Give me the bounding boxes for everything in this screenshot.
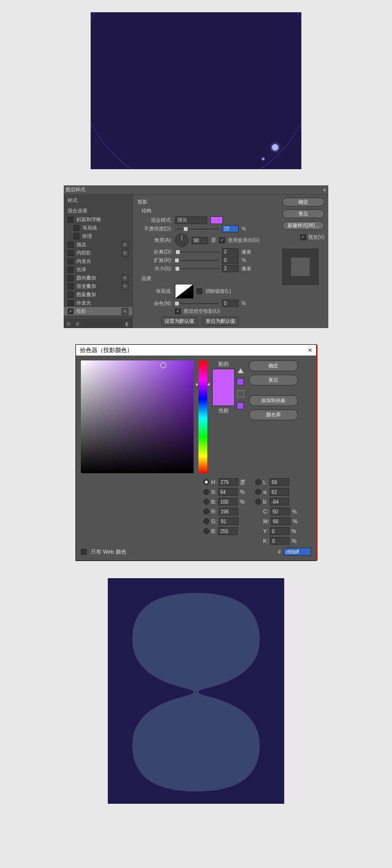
style-item-satin[interactable]: 光泽: [64, 265, 132, 274]
style-item-contour[interactable]: 等高线: [64, 224, 132, 232]
checkbox-icon[interactable]: [68, 283, 74, 289]
color-lib-button[interactable]: 颜色库: [249, 409, 298, 420]
style-item-inner-shadow[interactable]: 内阴影+: [64, 249, 132, 257]
antialias-checkbox[interactable]: [196, 288, 202, 294]
angle-dial[interactable]: [175, 233, 189, 247]
picker-titlebar[interactable]: 拾色器（投影颜色） ×: [76, 345, 316, 356]
opacity-input[interactable]: 20: [222, 225, 239, 232]
websafe-swatch[interactable]: [237, 402, 244, 409]
a-radio[interactable]: [255, 489, 261, 495]
r-input[interactable]: 198: [219, 508, 238, 515]
trash-icon[interactable]: 🗑: [124, 321, 129, 327]
new-current-swatch[interactable]: [212, 369, 235, 406]
add-swatch-button[interactable]: 添加到色板: [249, 395, 298, 406]
size-slider[interactable]: [175, 266, 219, 271]
b-radio[interactable]: [203, 499, 209, 505]
angle-input[interactable]: 90: [192, 237, 208, 244]
spread-input[interactable]: 0: [222, 256, 239, 264]
close-icon[interactable]: ×: [308, 346, 312, 354]
new-style-button[interactable]: 新建样式(W)...: [282, 221, 324, 230]
style-item-color-overlay[interactable]: 颜色叠加+: [64, 274, 132, 282]
noise-slider[interactable]: [175, 301, 219, 306]
ok-button[interactable]: 确定: [282, 198, 324, 206]
picker-ok-button[interactable]: 确定: [249, 360, 298, 371]
distance-input[interactable]: 2: [222, 248, 239, 255]
style-item-outer-glow[interactable]: 外发光: [64, 299, 132, 307]
close-icon[interactable]: ×: [322, 186, 326, 194]
style-item-pattern-overlay[interactable]: 图案叠加: [64, 290, 132, 299]
m-input[interactable]: 66: [271, 517, 291, 525]
opacity-slider[interactable]: [175, 227, 219, 231]
s-radio[interactable]: [203, 489, 209, 495]
preview-checkbox[interactable]: [300, 234, 306, 240]
dialog-titlebar[interactable]: 图层样式 ×: [64, 185, 328, 195]
knockout-checkbox[interactable]: [175, 308, 181, 314]
distance-slider[interactable]: [175, 250, 219, 255]
l-radio[interactable]: [255, 479, 261, 485]
cancel-button[interactable]: 复位: [282, 209, 324, 218]
c-input[interactable]: 50: [270, 508, 290, 515]
blend-mode-select[interactable]: 强光: [175, 216, 207, 224]
b-input[interactable]: 100: [218, 498, 238, 506]
hex-input[interactable]: c65bff: [284, 548, 311, 556]
glow-dot-small: [262, 157, 265, 160]
a-input[interactable]: 62: [270, 488, 289, 496]
checkbox-icon[interactable]: [68, 267, 74, 273]
spread-label: 扩展(R):: [142, 257, 172, 264]
websafe-warning-icon[interactable]: [237, 390, 244, 397]
checkbox-icon[interactable]: [68, 242, 74, 248]
checkbox-icon[interactable]: [74, 225, 79, 231]
style-item-bevel[interactable]: 斜面和浮雕: [64, 215, 132, 224]
lab-b-radio[interactable]: [255, 499, 261, 505]
checkbox-icon[interactable]: [68, 308, 74, 314]
gamut-warning-icon[interactable]: [238, 368, 244, 373]
checkbox-icon[interactable]: [74, 233, 79, 239]
gamut-swatch[interactable]: [237, 378, 244, 385]
saturation-value-field[interactable]: [81, 360, 194, 473]
up-down-icon[interactable]: ⇵: [75, 321, 79, 327]
k-input[interactable]: 0: [270, 537, 290, 545]
style-item-texture[interactable]: 纹理: [64, 232, 132, 240]
checkbox-icon[interactable]: [68, 300, 74, 306]
s-input[interactable]: 64: [218, 488, 238, 496]
lab-b-input[interactable]: -64: [270, 498, 289, 506]
y-input[interactable]: 0: [270, 527, 290, 535]
checkbox-icon[interactable]: [68, 250, 74, 256]
picker-cancel-button[interactable]: 复位: [249, 375, 298, 385]
styles-header[interactable]: 样式: [64, 195, 132, 206]
plus-icon[interactable]: +: [122, 241, 128, 248]
plus-icon[interactable]: +: [122, 250, 128, 256]
r-radio[interactable]: [203, 509, 209, 514]
blend-options[interactable]: 混合选项: [64, 206, 132, 215]
satval-marker-icon: [160, 362, 166, 368]
checkbox-icon[interactable]: [68, 275, 74, 281]
style-item-stroke[interactable]: 描边+: [64, 240, 132, 249]
h-radio[interactable]: [203, 479, 209, 485]
reset-default-button[interactable]: 复位为默认值: [202, 317, 239, 326]
style-item-inner-glow[interactable]: 内发光: [64, 257, 132, 265]
style-item-gradient-overlay[interactable]: 渐变叠加+: [64, 282, 132, 290]
g-radio[interactable]: [203, 518, 209, 524]
plus-icon[interactable]: +: [122, 283, 128, 290]
make-default-button[interactable]: 设置为默认值: [161, 317, 197, 326]
checkbox-icon[interactable]: [68, 292, 74, 298]
plus-icon[interactable]: +: [122, 275, 128, 281]
noise-input[interactable]: 0: [222, 300, 239, 307]
contour-picker[interactable]: [175, 284, 194, 299]
checkbox-icon[interactable]: [68, 258, 74, 264]
l-input[interactable]: 58: [270, 478, 289, 486]
checkbox-icon[interactable]: [68, 217, 74, 223]
style-item-drop-shadow[interactable]: 投影+: [64, 307, 132, 315]
hue-slider[interactable]: [198, 360, 207, 473]
h-input[interactable]: 279: [219, 478, 238, 486]
global-light-checkbox[interactable]: [219, 237, 225, 243]
bb-input[interactable]: 255: [218, 527, 238, 535]
plus-icon[interactable]: +: [122, 308, 128, 315]
size-input[interactable]: 2: [222, 265, 239, 272]
g-input[interactable]: 91: [219, 517, 239, 525]
fx-icon[interactable]: fx: [67, 321, 71, 327]
web-only-checkbox[interactable]: [81, 549, 87, 555]
spread-slider[interactable]: [175, 258, 219, 263]
shadow-color-swatch[interactable]: [210, 216, 223, 224]
bb-radio[interactable]: [203, 528, 209, 534]
